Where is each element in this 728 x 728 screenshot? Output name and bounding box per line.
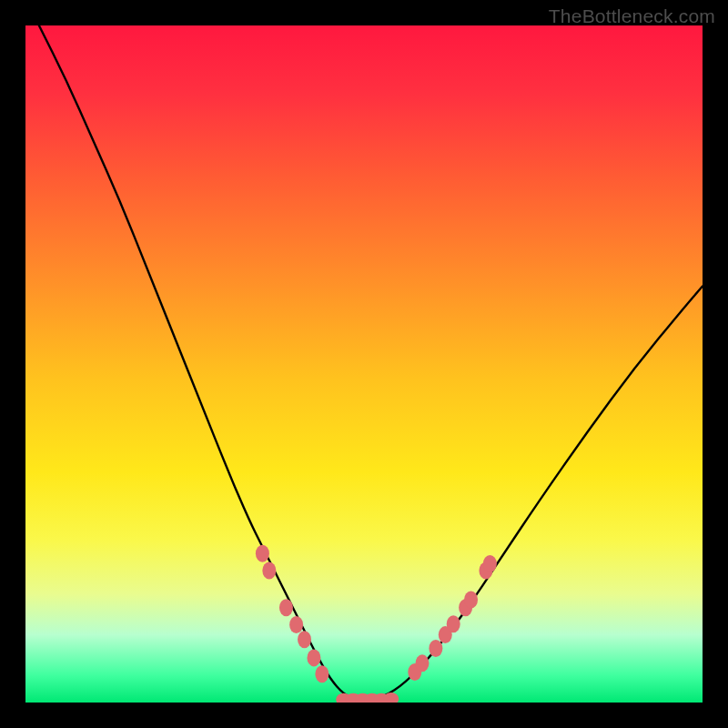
marker-left [256, 545, 269, 562]
marker-right [464, 591, 478, 608]
marker-left [279, 599, 293, 616]
gradient-background [25, 25, 703, 703]
marker-left [289, 616, 303, 633]
watermark-text: TheBottleneck.com [549, 5, 715, 27]
marker-right [483, 555, 497, 572]
marker-right [415, 654, 429, 672]
marker-left [262, 561, 276, 579]
chart-svg [25, 25, 703, 703]
marker-right [429, 640, 442, 657]
chart-plot-area [25, 25, 703, 703]
marker-left [298, 631, 311, 648]
marker-right [447, 615, 460, 632]
marker-left [307, 649, 320, 666]
marker-left [315, 665, 329, 682]
chart-frame: TheBottleneck.com [0, 0, 728, 728]
